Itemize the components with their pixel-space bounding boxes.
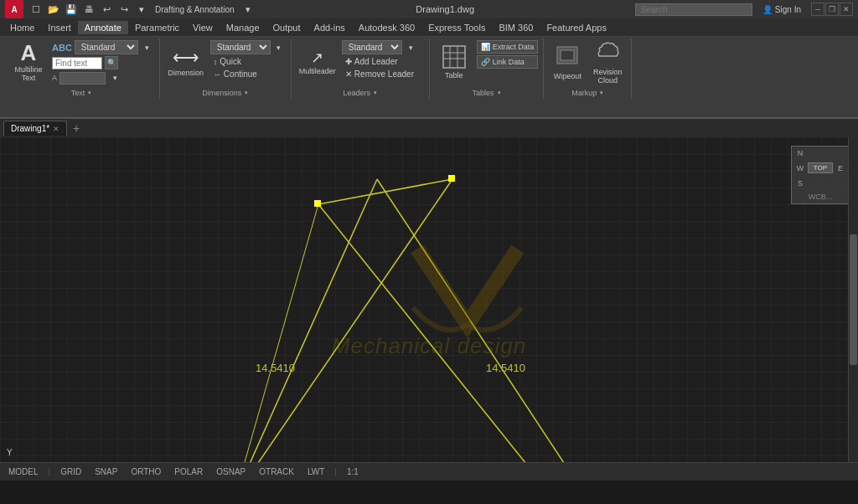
title-left: A ☐ 📂 💾 🖶 ↩ ↪ ▾ Drafting & Annotation ▾ [5, 0, 256, 18]
navigation-cube[interactable]: N W TOP E S WCB... [791, 146, 850, 204]
menu-autodesk360[interactable]: Autodesk 360 [352, 21, 421, 34]
extract-data-button[interactable]: 📊 Extract Data [477, 40, 539, 54]
leaders-group-chevron[interactable]: ▾ [374, 90, 377, 96]
menu-annotate[interactable]: Annotate [78, 21, 128, 34]
svg-line-7 [377, 179, 587, 462]
status-grid[interactable]: GRID [57, 467, 85, 476]
workspace-dropdown-arrow[interactable]: ▾ [240, 2, 256, 17]
menu-addins[interactable]: Add-ins [308, 21, 352, 34]
leader-style-dropdown[interactable]: Standard [342, 40, 402, 54]
close-button[interactable]: ✕ [840, 3, 853, 16]
plot-button[interactable]: 🖶 [81, 2, 96, 17]
multileader-button[interactable]: ↗ Multileader [297, 40, 339, 84]
menu-insert[interactable]: Insert [41, 21, 78, 34]
dim-style-arrow[interactable]: ▾ [272, 41, 286, 54]
cube-north-row: N [794, 149, 846, 157]
svg-rect-6 [561, 50, 574, 60]
status-lwt[interactable]: LWT [304, 467, 328, 476]
status-otrack[interactable]: OTRACK [256, 467, 297, 476]
leader-style-arrow[interactable]: ▾ [405, 41, 418, 54]
wcb-label[interactable]: WCB... [809, 193, 833, 201]
add-leader-row: ✚ Add Leader [342, 56, 424, 67]
new-button[interactable]: ☐ [28, 2, 44, 17]
tables-group-chevron[interactable]: ▾ [498, 90, 501, 96]
drawing-svg: 14.5410 14.5410 [0, 137, 858, 462]
text-style-arrow[interactable]: ▾ [141, 41, 154, 54]
ribbon-group-markup: Wipeout Revision Cloud Markup ▾ [544, 39, 632, 99]
document-tabs: Drawing1* ✕ + [0, 119, 858, 137]
text-style-dropdown[interactable]: Standard [75, 40, 138, 54]
menu-parametric[interactable]: Parametric [128, 21, 186, 34]
ribbon-group-dimensions: ⟷ Dimension Standard ▾ ↕ Quick [160, 39, 292, 99]
minimize-button[interactable]: ─ [811, 3, 824, 16]
menu-featured-apps[interactable]: Featured Apps [540, 21, 613, 34]
new-tab-button[interactable]: + [69, 121, 84, 136]
quick-dim-button[interactable]: ↕ Quick [210, 56, 245, 67]
find-button[interactable]: 🔍 [105, 56, 118, 69]
undo-button[interactable]: ↩ [99, 2, 114, 17]
menu-home[interactable]: Home [3, 21, 41, 34]
wipeout-button[interactable]: Wipeout [549, 40, 586, 84]
text-height-arrow[interactable]: ▾ [108, 71, 121, 85]
ribbon-group-leaders-content: ↗ Multileader Standard ▾ ✚ Add Leader [297, 40, 424, 87]
revision-cloud-button[interactable]: Revision Cloud [589, 40, 626, 84]
status-ortho[interactable]: ORTHO [127, 467, 164, 476]
drawing-canvas[interactable]: 14.5410 14.5410 Mechanical design N W TO… [0, 137, 858, 462]
dim-style-dropdown[interactable]: Standard [210, 40, 271, 54]
remove-leader-button[interactable]: ✕ Remove Leader [342, 69, 417, 80]
vertical-scrollbar[interactable] [848, 137, 858, 462]
multiline-text-button[interactable]: A Multiline Text [8, 40, 49, 84]
nav-west-label: W [794, 164, 806, 172]
quick-access-toolbar: ☐ 📂 💾 🖶 ↩ ↪ ▾ Drafting & Annotation ▾ [28, 2, 256, 17]
dimensions-group-chevron[interactable]: ▾ [245, 90, 248, 96]
status-snap[interactable]: SNAP [91, 467, 121, 476]
doc-tab-drawing1[interactable]: Drawing1* ✕ [3, 121, 67, 136]
svg-line-10 [235, 179, 452, 462]
svg-rect-0 [443, 46, 465, 68]
open-button[interactable]: 📂 [46, 2, 61, 17]
menu-manage[interactable]: Manage [220, 21, 266, 34]
table-label: Table [445, 71, 463, 80]
status-polar[interactable]: POLAR [171, 467, 206, 476]
markup-group-chevron[interactable]: ▾ [600, 90, 603, 96]
dimension-button[interactable]: ⟷ Dimension [165, 40, 207, 84]
add-leader-button[interactable]: ✚ Add Leader [342, 56, 401, 67]
text-side-controls: ABC Standard ▾ 🔍 A 0.2000 ▾ [52, 40, 154, 85]
status-scale[interactable]: 1:1 [344, 467, 362, 476]
status-osnap[interactable]: OSNAP [213, 467, 249, 476]
doc-tab-close-button[interactable]: ✕ [53, 125, 59, 133]
redo-button[interactable]: ↪ [116, 2, 132, 17]
status-model[interactable]: MODEL [5, 467, 42, 476]
text-height-input[interactable]: 0.2000 [59, 72, 106, 85]
search-input[interactable] [635, 3, 752, 16]
restore-button[interactable]: ❐ [825, 3, 839, 16]
ribbon-group-tables: Table 📊 Extract Data 🔗 Link Data Tables … [430, 39, 545, 99]
menu-bim360[interactable]: BIM 360 [492, 21, 540, 34]
quick-dim-icon: ↕ [214, 58, 218, 66]
continue-dim-button[interactable]: ↔ Continue [210, 69, 261, 80]
title-filename: Drawing1.dwg [256, 4, 635, 14]
svg-line-11 [235, 204, 318, 462]
table-button[interactable]: Table [435, 40, 473, 84]
find-text-input[interactable] [52, 57, 102, 69]
menu-output[interactable]: Output [266, 21, 308, 34]
autocad-logo[interactable]: A [5, 0, 23, 18]
link-data-button[interactable]: 🔗 Link Data [477, 55, 539, 69]
sign-in-button[interactable]: 👤 Sign In [756, 3, 808, 16]
save-button[interactable]: 💾 [64, 2, 79, 17]
wipeout-icon [556, 44, 579, 70]
dimension-label: Dimension [168, 69, 204, 77]
menu-view[interactable]: View [186, 21, 220, 34]
svg-line-9 [318, 204, 553, 462]
text-group-chevron[interactable]: ▾ [88, 90, 91, 96]
svg-text:14.5410: 14.5410 [256, 362, 295, 374]
find-text-row: 🔍 [52, 56, 154, 69]
ribbon-group-text-content: A Multiline Text ABC Standard ▾ 🔍 [8, 40, 154, 87]
nav-top-button[interactable]: TOP [808, 162, 833, 173]
menu-express-tools[interactable]: Express Tools [421, 21, 492, 34]
workspace-dropdown-button[interactable]: ▾ [134, 2, 149, 17]
scroll-thumb[interactable] [850, 234, 857, 364]
text-height-icon: A [52, 74, 57, 82]
ribbon-group-text: A Multiline Text ABC Standard ▾ 🔍 [3, 39, 160, 99]
text-abc-icon: ABC [52, 43, 72, 53]
